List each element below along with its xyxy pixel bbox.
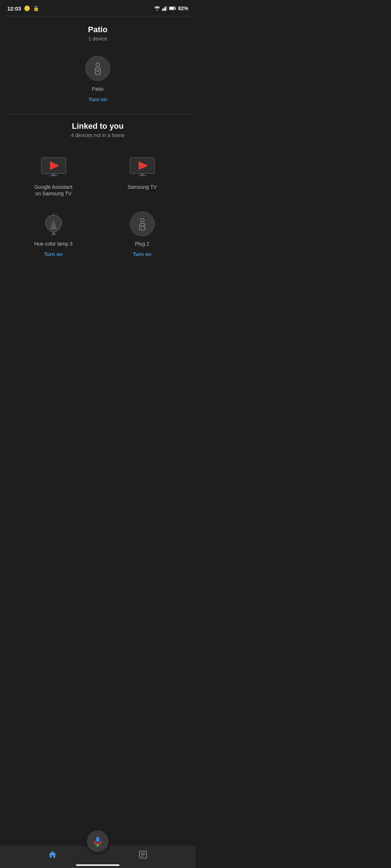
svg-point-0 [156, 10, 157, 11]
plug2-turn-on-button[interactable]: Turn on [133, 250, 151, 259]
time-display: 12:03 [7, 5, 21, 12]
plug2-name: Plug 2 [135, 241, 150, 247]
battery-percent: 82% [178, 5, 188, 11]
linked-title: Linked to you [7, 122, 188, 131]
plug2-card: Plug 2 Turn on [100, 207, 185, 261]
hue-lamp-card: Hue color lamp 3 Turn on [11, 207, 96, 261]
svg-rect-1 [162, 9, 163, 11]
status-right-icons: 82% [154, 5, 188, 11]
hue-lamp-icon [39, 211, 68, 237]
signal-icon [162, 6, 167, 11]
svg-rect-3 [165, 7, 166, 11]
svg-rect-6 [175, 8, 176, 9]
svg-rect-11 [96, 70, 97, 72]
patio-plug-icon [84, 55, 112, 82]
linked-devices-grid: Google Assistanton Samsung TV Samsung TV [0, 144, 196, 267]
ga-tv-name: Google Assistanton Samsung TV [34, 184, 72, 197]
patio-device-card: Patio Turn on [72, 50, 123, 108]
svg-rect-4 [167, 6, 167, 11]
bottom-spacer [0, 267, 196, 303]
svg-rect-12 [98, 70, 99, 72]
tv-icon-1 [40, 156, 67, 178]
lamp-icon [41, 211, 67, 237]
patio-title: Patio [7, 25, 188, 34]
svg-rect-7 [169, 7, 174, 9]
plug2-svg-icon [129, 211, 155, 237]
linked-subtitle: 4 devices not in a home [7, 132, 188, 138]
patio-turn-on-button[interactable]: Turn on [88, 95, 107, 104]
tv-icon-2 [129, 156, 156, 178]
wifi-icon [154, 6, 160, 11]
status-icon-2: 🔒 [33, 5, 39, 11]
linked-section: Linked to you 4 devices not in a home [0, 114, 196, 144]
samsung-tv-card: Samsung TV [100, 150, 185, 203]
status-time-area: 12:03 🪙 🔒 [7, 5, 39, 12]
google-assistant-tv-card: Google Assistanton Samsung TV [11, 150, 96, 203]
hue-lamp-name: Hue color lamp 3 [34, 241, 73, 247]
svg-rect-16 [52, 174, 55, 175]
svg-rect-20 [141, 174, 144, 175]
svg-rect-28 [141, 225, 142, 227]
patio-subtitle: 1 device [7, 36, 188, 42]
battery-icon [169, 6, 176, 10]
patio-device-grid: Patio Turn on [0, 44, 196, 114]
plug2-icon [128, 211, 157, 237]
status-icon-1: 🪙 [24, 5, 30, 11]
patio-section: Patio 1 device [0, 16, 196, 44]
ga-tv-icon [39, 154, 68, 180]
plug-icon [85, 55, 111, 81]
samsung-tv-name: Samsung TV [127, 184, 157, 190]
samsung-tv-icon [128, 154, 157, 180]
hue-lamp-turn-on-button[interactable]: Turn on [44, 250, 63, 259]
svg-rect-2 [164, 8, 165, 11]
svg-rect-29 [143, 225, 144, 227]
status-bar: 12:03 🪙 🔒 82% [0, 0, 196, 16]
patio-device-name: Patio [92, 86, 104, 92]
